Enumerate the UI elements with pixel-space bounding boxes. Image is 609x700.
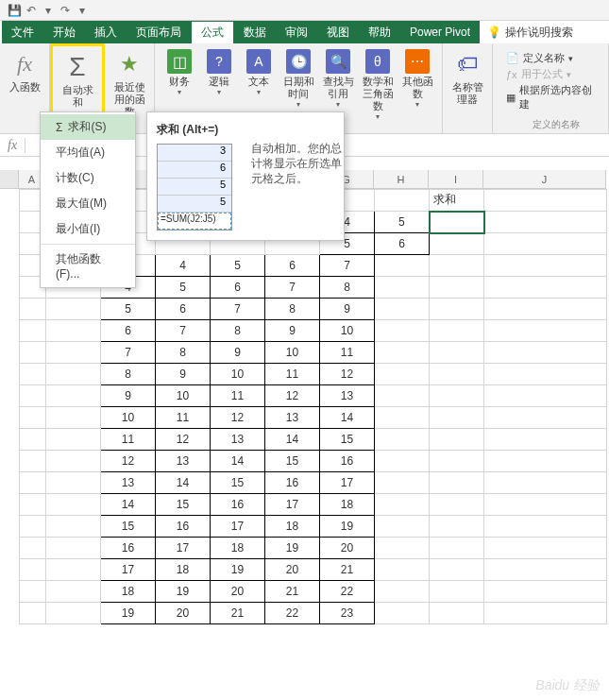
cell[interactable] [430, 364, 484, 385]
cell[interactable] [46, 429, 101, 451]
insert-function-button[interactable]: fx 入函数 [6, 47, 43, 94]
cell[interactable] [430, 429, 484, 451]
cell[interactable]: 8 [320, 277, 375, 299]
cell[interactable] [20, 472, 46, 494]
cell[interactable] [430, 212, 484, 233]
cell[interactable] [20, 603, 46, 624]
cell[interactable] [375, 299, 430, 320]
cell[interactable]: 20 [320, 538, 375, 559]
use-in-formula-button[interactable]: ƒx用于公式▾ [506, 67, 595, 81]
cell[interactable]: 17 [101, 559, 156, 581]
cell[interactable] [46, 320, 101, 342]
cell[interactable] [430, 299, 484, 320]
cell[interactable] [46, 385, 101, 407]
menu-sum[interactable]: Σ求和(S) [41, 114, 135, 140]
cell[interactable]: 9 [265, 320, 320, 342]
cell[interactable]: 21 [211, 603, 265, 624]
cell[interactable] [375, 429, 430, 451]
cell[interactable]: 5 [101, 299, 156, 320]
save-icon[interactable]: 💾 [6, 2, 23, 19]
redo-icon[interactable]: ↷ [57, 2, 74, 19]
cell[interactable] [430, 277, 484, 299]
create-from-selection-button[interactable]: ▦根据所选内容创建 [506, 83, 595, 111]
cell[interactable]: 10 [320, 320, 375, 342]
logical-button[interactable]: ? 逻辑 ▾ [200, 47, 238, 121]
cell[interactable]: 7 [265, 277, 320, 299]
text-button[interactable]: A 文本 ▾ [240, 47, 278, 121]
cell[interactable]: 21 [320, 559, 375, 581]
cell[interactable]: 11 [211, 385, 265, 407]
cell[interactable]: 16 [320, 451, 375, 472]
cell[interactable] [375, 581, 430, 603]
cell[interactable] [430, 342, 484, 364]
menu-other-functions[interactable]: 其他函数(F)... [41, 247, 135, 285]
cell[interactable] [375, 364, 430, 385]
math-button[interactable]: θ 数学和三角函数 ▾ [359, 47, 397, 121]
cell[interactable]: 15 [101, 516, 156, 538]
tab-insert[interactable]: 插入 [85, 21, 127, 43]
cell[interactable]: 6 [211, 277, 265, 299]
cell[interactable] [430, 385, 484, 407]
name-manager-button[interactable]: 🏷 名称管理器 [448, 47, 486, 106]
cell[interactable] [46, 451, 101, 472]
cell[interactable]: 17 [211, 516, 265, 538]
lookup-button[interactable]: 🔍 查找与引用 ▾ [319, 47, 357, 121]
cell[interactable]: 14 [156, 472, 211, 494]
cell[interactable]: 19 [101, 603, 156, 624]
cell[interactable]: 16 [211, 494, 265, 516]
cell[interactable]: 22 [320, 581, 375, 603]
cell[interactable] [375, 451, 430, 472]
chevron-down-icon[interactable]: ▾ [178, 88, 181, 96]
cell[interactable] [20, 538, 46, 559]
cell[interactable]: 21 [265, 581, 320, 603]
cell[interactable]: 15 [320, 429, 375, 451]
cell[interactable]: 20 [211, 581, 265, 603]
cell[interactable] [46, 342, 101, 364]
tab-data[interactable]: 数据 [234, 21, 276, 43]
autosum-button[interactable]: Σ 自动求和 ▾ [59, 50, 96, 117]
cell[interactable] [20, 581, 46, 603]
cell[interactable] [20, 299, 46, 320]
datetime-button[interactable]: 🕒 日期和时间 ▾ [279, 47, 317, 121]
cell[interactable] [430, 451, 484, 472]
cell[interactable] [46, 516, 101, 538]
cell[interactable]: 11 [320, 342, 375, 364]
cell[interactable]: 6 [375, 233, 430, 255]
cell[interactable] [430, 559, 484, 581]
cell[interactable] [20, 342, 46, 364]
cell[interactable] [20, 451, 46, 472]
undo-icon[interactable]: ↶ [23, 2, 40, 19]
cell[interactable]: 14 [265, 429, 320, 451]
cell[interactable] [375, 320, 430, 342]
menu-average[interactable]: 平均值(A) [41, 140, 135, 165]
cell[interactable]: 17 [156, 538, 211, 559]
menu-count[interactable]: 计数(C) [41, 165, 135, 191]
cell[interactable] [430, 603, 484, 624]
cell[interactable]: 19 [265, 538, 320, 559]
cell[interactable]: 13 [101, 472, 156, 494]
tab-file[interactable]: 文件 [2, 21, 43, 43]
cell[interactable] [375, 494, 430, 516]
chevron-down-icon[interactable]: ▾ [415, 100, 419, 109]
cell[interactable]: 10 [156, 385, 211, 407]
cell[interactable] [20, 516, 46, 538]
cell[interactable] [375, 603, 430, 624]
cell[interactable]: 11 [265, 364, 320, 385]
cell[interactable]: 4 [156, 255, 211, 277]
cell[interactable]: 9 [320, 299, 375, 320]
chevron-down-icon[interactable]: ▾ [40, 2, 57, 19]
chevron-down-icon[interactable]: ▾ [74, 2, 91, 19]
cell[interactable]: 15 [265, 451, 320, 472]
menu-max[interactable]: 最大值(M) [41, 191, 135, 216]
cell[interactable] [375, 277, 430, 299]
cell[interactable] [46, 407, 101, 429]
chevron-down-icon[interactable]: ▾ [376, 112, 380, 121]
cell[interactable] [430, 472, 484, 494]
tab-review[interactable]: 审阅 [276, 21, 317, 43]
cell[interactable] [46, 364, 101, 385]
cell[interactable]: 5 [211, 255, 265, 277]
cell[interactable]: 18 [265, 516, 320, 538]
cell[interactable]: 22 [265, 603, 320, 624]
cell[interactable]: 13 [265, 407, 320, 429]
cell[interactable]: 11 [101, 429, 156, 451]
